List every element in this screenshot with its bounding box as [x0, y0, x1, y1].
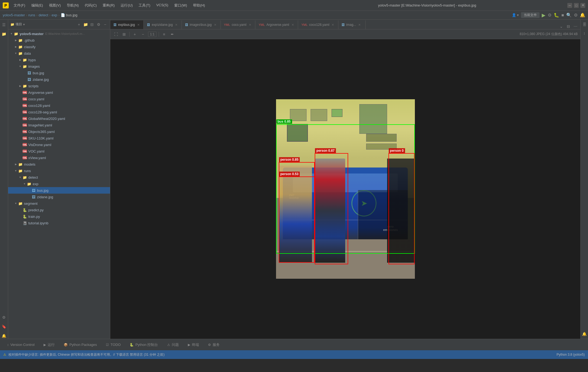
tab-split-btn[interactable]: ⊟ — [566, 24, 571, 29]
tab-close-btn[interactable]: ✕ — [136, 23, 140, 27]
tab-argoverse[interactable]: YML Argoverse.yaml ✕ — [255, 20, 298, 29]
debug-icon[interactable]: 🐛 — [554, 13, 559, 18]
zoom-out-btn[interactable]: − — [140, 31, 146, 37]
tree-exp[interactable]: ▼ 📁 exp — [8, 181, 110, 187]
menu-item-r[interactable]: 重构(R) — [100, 2, 117, 9]
tree-hyps[interactable]: ▶ 📁 hyps — [8, 57, 110, 63]
tab-exp-zidane[interactable]: 🖼 exp\zidane.jpg ✕ — [144, 20, 182, 29]
image-viewport[interactable]: EMTMADRID ➤ ceroemisiones — [110, 39, 580, 339]
bottom-tab-run[interactable]: ▶ 运行 — [39, 339, 59, 351]
tab-close-btn3[interactable]: ✕ — [213, 23, 217, 27]
bottom-tab-python-console[interactable]: 🐍 Python 控制台 — [125, 339, 163, 351]
bottom-tab-terminal[interactable]: ▶ 终端 — [183, 339, 204, 351]
tree-models[interactable]: ▶ 📁 models — [8, 161, 110, 168]
tree-bus-exp[interactable]: 🖼 bus.jpg — [8, 187, 110, 194]
panel-settings-btn[interactable]: ⚙ — [96, 22, 101, 27]
tab-more-btn[interactable]: ⋯ — [573, 24, 578, 29]
window-control-btn[interactable]: □ — [574, 3, 579, 8]
zoom-in-btn[interactable]: + — [132, 31, 138, 37]
run-button[interactable]: ▶ — [542, 12, 546, 18]
tab-close-btn6[interactable]: ✕ — [331, 23, 335, 27]
tab-close-btn2[interactable]: ✕ — [174, 23, 178, 27]
tab-coco-yaml[interactable]: YML coco.yaml ✕ — [221, 20, 256, 29]
tab-overflow-btn[interactable]: ⌄ — [559, 24, 564, 29]
notification2-icon[interactable]: 🔔 — [1, 333, 7, 339]
current-file-button[interactable]: 当前文件 — [521, 12, 540, 18]
menu-item-n[interactable]: 导航(N) — [64, 2, 81, 9]
stop-icon[interactable]: ■ — [561, 13, 564, 18]
menu-item-u[interactable]: 运行(U) — [118, 2, 135, 9]
color-balance-btn[interactable]: ≡ — [161, 31, 167, 37]
menu-item-w[interactable]: 窗口(W) — [171, 2, 190, 9]
eyedropper-btn[interactable]: ✒ — [169, 31, 175, 37]
bottom-tab-todo[interactable]: ☑ TODO — [102, 339, 125, 351]
tree-coco128-yaml[interactable]: YML coco128.yaml — [8, 102, 110, 109]
tree-zidane-exp[interactable]: 🖼 zidane.jpg — [8, 194, 110, 200]
tree-xview-yaml[interactable]: YML xView.yaml — [8, 154, 110, 161]
tree-bus-data[interactable]: 🖼 bus.jpg — [8, 70, 110, 76]
tree-predict-py[interactable]: 🐍 predict.py — [8, 207, 110, 213]
tree-visdrone-yaml[interactable]: YML VisDrone.yaml — [8, 141, 110, 148]
menu-item-e[interactable]: 编辑(E) — [29, 2, 46, 9]
breadcrumb-item[interactable]: exp — [51, 13, 57, 17]
search-icon[interactable]: 🔍 — [566, 13, 572, 18]
tab-images-bus[interactable]: 🖼 images\bus.jpg ✕ — [182, 20, 221, 29]
breadcrumb-item[interactable]: detect — [39, 13, 48, 17]
notifications-right-icon[interactable]: 🔔 — [582, 331, 587, 337]
tree-classify[interactable]: ▶ 📁 classify — [8, 44, 110, 50]
new-folder-btn[interactable]: 📁 — [83, 22, 88, 27]
tree-imagenet-yaml[interactable]: YML ImageNet.yaml — [8, 122, 110, 128]
scm-icon[interactable]: ↕ — [582, 30, 587, 36]
bottom-tab-version-control[interactable]: ↕ Version Control — [3, 339, 39, 351]
tree-train-py[interactable]: 🐍 train.py — [8, 213, 110, 220]
tab-imag[interactable]: 🖼 imag... ✕ — [338, 20, 366, 29]
panel-close-btn[interactable]: − — [102, 22, 108, 27]
bottom-tab-services[interactable]: ⚙ 服务 — [204, 339, 224, 351]
menu-item-f[interactable]: 文件(F) — [11, 2, 28, 9]
database-icon[interactable]: 🗄 — [582, 22, 587, 27]
new-file-btn[interactable]: + — [76, 22, 82, 27]
actual-size-btn[interactable]: ⊞ — [121, 31, 127, 37]
tree-tutorial-ipynb[interactable]: 📓 tutorial.ipynb — [8, 220, 110, 226]
tab-exp-bus[interactable]: 🖼 exp\bus.jpg ✕ — [110, 20, 144, 29]
file-icon[interactable]: 📁 — [1, 31, 7, 37]
menu-item-c[interactable]: 代码(C) — [82, 2, 99, 9]
tab-close-btn5[interactable]: ✕ — [291, 23, 295, 27]
tree-images[interactable]: ▼ 📁 images — [8, 63, 110, 70]
tree-argoverse-yaml[interactable]: YML Argoverse.yaml — [8, 89, 110, 96]
tree-voc-yaml[interactable]: YML VOC.yaml — [8, 148, 110, 154]
tree-segment[interactable]: ▼ 📁 segment — [8, 200, 110, 207]
bookmark-icon[interactable]: 🔖 — [1, 324, 7, 330]
structure-icon[interactable]: ⚙ — [1, 314, 7, 320]
menu-item-v[interactable]: 视图(V) — [46, 2, 63, 9]
tree-detect[interactable]: ▼ 📁 detect — [8, 174, 110, 181]
collapse-all-btn[interactable]: ⊟ — [89, 22, 95, 27]
tree-runs[interactable]: ▼ 📁 runs — [8, 168, 110, 174]
tree-zidane-data[interactable]: 🖼 zidane.jpg — [8, 76, 110, 83]
settings-icon[interactable]: ⚙ — [574, 13, 578, 18]
tree-coco-yaml[interactable]: YML coco.yaml — [8, 96, 110, 102]
breadcrumb-item[interactable]: yolov5-master — [3, 13, 25, 17]
tree-objects365-yaml[interactable]: YML Objects365.yaml — [8, 128, 110, 135]
tree-coco128seg-yaml[interactable]: YML coco128-seg.yaml — [8, 109, 110, 115]
fit-window-btn[interactable]: ⛶ — [113, 31, 119, 37]
tree-globalwheat-yaml[interactable]: YML GlobalWheat2020.yaml — [8, 115, 110, 122]
window-control-btn[interactable]: ─ — [567, 3, 572, 8]
tree-root[interactable]: ▼ 📁 yolov5-master E:\Machine-Vision\yolo… — [8, 30, 110, 37]
menu-item-h[interactable]: 帮助(H) — [190, 2, 208, 9]
tab-close-btn7[interactable]: ✕ — [358, 23, 362, 27]
breadcrumb-item[interactable]: runs — [28, 13, 35, 17]
tab-coco128[interactable]: YML coco128.yaml ✕ — [298, 20, 338, 29]
bottom-tab-python-packages[interactable]: 📦 Python Packages — [59, 339, 102, 351]
tree-sku110k-yaml[interactable]: YML SKU-110K.yaml — [8, 135, 110, 141]
notifications-icon[interactable]: 🔔 — [580, 13, 585, 18]
tree-scripts[interactable]: ▶ 📁 scripts — [8, 83, 110, 89]
build-icon[interactable]: ⚙ — [548, 13, 552, 18]
menu-item-vcss[interactable]: VCS(S) — [154, 2, 171, 9]
tab-close-btn4[interactable]: ✕ — [248, 23, 252, 27]
project-icon[interactable]: ☰ — [1, 22, 7, 28]
tree-data[interactable]: ▼ 📁 data — [8, 50, 110, 57]
tree-github[interactable]: ▶ 📁 .github — [8, 37, 110, 44]
window-control-btn[interactable]: ✕ — [580, 3, 585, 8]
menu-item-t[interactable]: 工具(T) — [136, 2, 153, 9]
